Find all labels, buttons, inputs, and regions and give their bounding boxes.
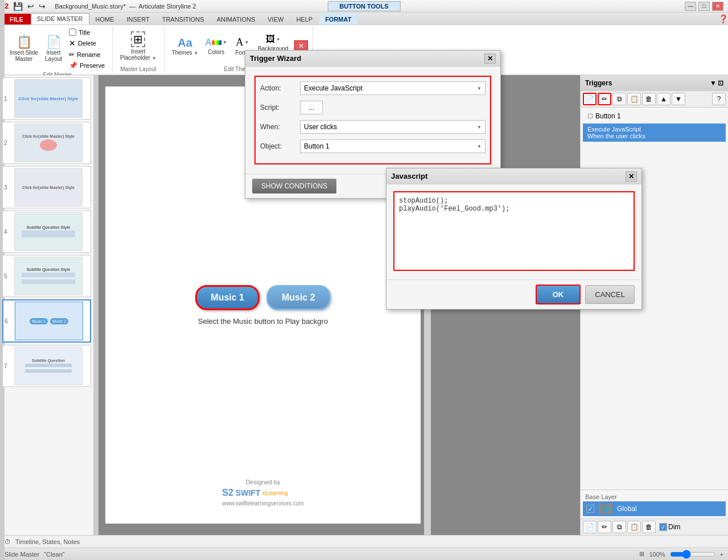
slide-thumb-5[interactable]: 5 Subtitle Question Style xyxy=(2,255,91,297)
when-dropdown[interactable]: User clicks ▼ xyxy=(300,120,486,134)
slide-thumb-1[interactable]: 1 Click for(slide Master) Style xyxy=(2,77,91,120)
zoom-slider[interactable] xyxy=(670,550,715,559)
preserve-btn[interactable]: 📌 Preserve xyxy=(66,60,108,71)
copy-trigger-btn[interactable]: ⧉ xyxy=(612,93,626,105)
ribbon-tabs: FILE SLIDE MASTER HOME INSERT TRANSITION… xyxy=(0,13,728,25)
button1-label: Button 1 xyxy=(595,112,621,120)
maximize-btn[interactable]: □ xyxy=(698,2,710,11)
delete-btn[interactable]: ✕ Delete xyxy=(66,38,108,49)
tab-help[interactable]: HELP xyxy=(290,14,319,24)
title-bar-controls[interactable]: — □ ✕ xyxy=(685,2,723,11)
when-row: When: User clicks ▼ xyxy=(260,120,486,134)
quick-access-save[interactable]: 💾 xyxy=(13,2,23,11)
script-row: Script: ... xyxy=(260,101,486,114)
help-icon[interactable]: ❓ xyxy=(718,14,728,24)
javascript-dialog: Javascript ✕ OK CANCEL xyxy=(386,168,642,310)
colors-btn[interactable]: A ▼ Colors xyxy=(202,36,230,57)
tab-home[interactable]: HOME xyxy=(89,14,121,24)
trigger-wizard-body: Action: Execute JavaScript ▼ Script: ...… xyxy=(245,67,500,174)
edit-trigger-btn[interactable]: ✏ xyxy=(598,93,611,105)
js-code-textarea[interactable] xyxy=(393,191,635,271)
triggers-detach-icon[interactable]: ⊡ xyxy=(718,79,723,87)
tab-view[interactable]: VIEW xyxy=(261,14,290,24)
music-btn-2[interactable]: Music 2 xyxy=(266,285,331,310)
close-btn[interactable]: ✕ xyxy=(712,2,723,11)
timeline-label: Timeline, States, Notes xyxy=(15,538,80,545)
footer-new-btn[interactable]: 📄 xyxy=(583,521,597,533)
dim-toggle[interactable]: ✓ Dim xyxy=(659,523,680,531)
object-dropdown[interactable]: Button 1 ▼ xyxy=(300,139,486,153)
trigger-selected-item[interactable]: Execute JavaScript When the user clicks xyxy=(583,123,726,142)
action-dropdown[interactable]: Execute JavaScript ▼ xyxy=(300,81,486,95)
global-label: Global xyxy=(617,505,637,513)
themes-btn[interactable]: Aa Themes ▼ xyxy=(169,35,201,57)
insert-slide-master-icon: 📋 xyxy=(17,36,32,48)
slide-thumb-img-7: Subtitle Question xyxy=(14,347,83,385)
themes-icon: Aa xyxy=(178,37,192,48)
object-row: Object: Button 1 ▼ xyxy=(260,139,486,153)
slide-thumb-img-5: Subtitle Question Style xyxy=(14,257,83,295)
ok-btn[interactable]: OK xyxy=(536,285,581,304)
triggers-collapse-icon[interactable]: ▼ xyxy=(710,79,717,87)
footer-paste-btn[interactable]: 📋 xyxy=(627,521,641,533)
rename-icon: ✏ xyxy=(69,51,75,59)
quick-access-redo[interactable]: ↪ xyxy=(39,2,46,11)
tab-animations[interactable]: ANIMATIONS xyxy=(211,14,262,24)
slide-thumb-img-3: Click for(slide Master) Style xyxy=(14,168,83,207)
move-up-btn[interactable]: ▲ xyxy=(657,93,671,105)
slide-thumb-2[interactable]: 2 Click for(slide Master) Style xyxy=(2,122,91,164)
music-btn-1[interactable]: Music 1 xyxy=(195,285,260,310)
base-layer-label: Base Layer xyxy=(583,492,726,501)
slide-thumb-4[interactable]: 4 Subtitle Question Style xyxy=(2,211,91,253)
view-grid-icon[interactable]: ⊞ xyxy=(639,550,644,558)
title-checkbox-btn[interactable]: Title xyxy=(66,27,108,37)
slide-thumb-7[interactable]: 7 Subtitle Question xyxy=(2,345,91,387)
left-scroll[interactable] xyxy=(94,75,98,535)
tab-slide-master[interactable]: SLIDE MASTER xyxy=(31,13,89,24)
zoom-label: 100% xyxy=(649,551,665,558)
global-checkbox[interactable]: ✓ xyxy=(586,505,594,513)
js-dialog-close[interactable]: ✕ xyxy=(626,171,637,182)
trigger-help-btn[interactable]: ? xyxy=(712,93,726,105)
tab-insert[interactable]: INSERT xyxy=(121,14,156,24)
insert-placeholder-btn[interactable]: ⊞ InsertPlaceholder ▼ xyxy=(117,30,159,63)
slide-instruction-text: Select the Music button to Play backgro xyxy=(198,317,328,326)
footer-copy-btn[interactable]: ⧉ xyxy=(612,521,626,533)
tab-file[interactable]: FILE xyxy=(2,14,31,24)
insert-slide-master-btn[interactable]: 📋 Insert SlideMaster xyxy=(7,34,41,64)
dim-checkbox[interactable]: ✓ xyxy=(659,523,667,531)
paste-trigger-btn[interactable]: 📋 xyxy=(627,93,641,105)
delete-icon: ✕ xyxy=(69,39,76,48)
move-down-btn[interactable]: ▼ xyxy=(672,93,685,105)
trigger-button1-header: ☐ Button 1 xyxy=(587,112,721,120)
global-row: ✓ 🌐 Global xyxy=(583,501,726,516)
global-icon: 🌐 xyxy=(599,504,612,514)
edit-master-small-btns: Title ✕ Delete ✏ Rename 📌 Preserve xyxy=(66,27,108,71)
slide-thumb-3[interactable]: 3 Click for(slide Master) Style xyxy=(2,166,91,208)
delete-trigger-btn[interactable]: 🗑 xyxy=(642,93,656,105)
title-checkbox[interactable] xyxy=(69,28,76,36)
js-dialog-titlebar: Javascript ✕ xyxy=(386,168,641,184)
tab-transitions[interactable]: TRANSITIONS xyxy=(156,14,211,24)
footer-delete-btn[interactable]: 🗑 xyxy=(642,521,656,533)
script-btn[interactable]: ... xyxy=(300,101,323,114)
slide-thumb-img-2: Click for(slide Master) Style xyxy=(14,123,83,162)
quick-access-undo[interactable]: ↩ xyxy=(27,2,34,11)
show-conditions-btn[interactable]: SHOW CONDITIONS xyxy=(252,179,336,193)
triggers-header-controls: ▼ ⊡ xyxy=(710,79,723,87)
slide-thumb-6[interactable]: 6 Music 1 Music 2 xyxy=(2,299,91,343)
background-icon: 🖼 ▼ xyxy=(266,34,281,44)
minimize-btn[interactable]: — xyxy=(685,2,696,11)
script-label: Script: xyxy=(260,104,300,112)
action-row: Action: Execute JavaScript ▼ xyxy=(260,81,486,95)
footer-edit-btn[interactable]: ✏ xyxy=(598,521,611,533)
insert-layout-btn[interactable]: 📄 InsertLayout xyxy=(42,34,65,64)
edit-master-buttons: 📋 Insert SlideMaster 📄 InsertLayout Titl… xyxy=(7,27,108,71)
rename-btn[interactable]: ✏ Rename xyxy=(66,50,108,60)
new-trigger-btn[interactable]: 📄 xyxy=(583,93,597,105)
trigger-wizard-close[interactable]: ✕ xyxy=(484,53,496,64)
object-label: Object: xyxy=(260,142,300,150)
triggers-title: Triggers xyxy=(585,79,612,87)
cancel-btn[interactable]: CANCEL xyxy=(585,285,635,304)
tab-format[interactable]: FORMAT xyxy=(319,14,357,24)
